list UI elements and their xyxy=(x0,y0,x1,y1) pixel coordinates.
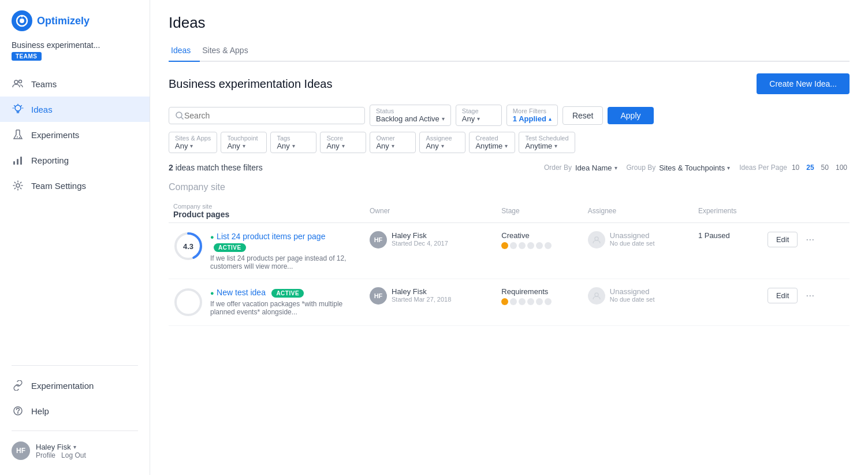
sidebar-label-teams: Teams xyxy=(31,79,57,89)
create-idea-button[interactable]: Create New Idea... xyxy=(757,73,850,94)
chevron-down-icon: ▾ xyxy=(190,143,193,149)
tab-sites-apps[interactable]: Sites & Apps xyxy=(200,41,257,62)
th-assignee: Assignee xyxy=(583,199,694,223)
idea2-stage: Requirements xyxy=(497,279,583,326)
svg-rect-9 xyxy=(17,159,18,165)
filter-bar-row1: Status Backlog and Active ▾ Stage Any ▾ … xyxy=(169,105,850,126)
stage-text-2: Requirements xyxy=(501,287,578,296)
per-page-25[interactable]: 25 xyxy=(804,162,816,173)
idea2-desc: If we offer vacation packages *with mult… xyxy=(210,300,360,316)
th-owner: Owner xyxy=(365,199,497,223)
group-header: Company site xyxy=(169,182,850,192)
user-name: Haley Fisk ▾ xyxy=(36,443,86,451)
chevron-down-icon: ▾ xyxy=(554,143,557,149)
logo-icon xyxy=(12,10,32,31)
chevron-down-icon: ▾ xyxy=(505,143,508,149)
svg-point-16 xyxy=(595,237,598,240)
per-page-label: Ideas Per Page xyxy=(739,164,787,172)
status-badge-2: ACTIVE xyxy=(271,289,304,298)
svg-rect-10 xyxy=(20,157,22,165)
sidebar-item-ideas[interactable]: Ideas xyxy=(0,97,150,122)
user-menu[interactable]: HF Haley Fisk ▾ Profile Log Out xyxy=(0,436,150,466)
account-info: Business experimentat... TEAMS xyxy=(0,37,150,69)
touchpoint-filter[interactable]: Touchpoint Any ▾ xyxy=(221,132,267,153)
per-page-10[interactable]: 10 xyxy=(789,162,802,173)
score-circle-2 xyxy=(173,287,203,317)
sites-apps-filter[interactable]: Sites & Apps Any ▾ xyxy=(169,132,217,153)
more-filters[interactable]: More Filters 1 Applied ▴ xyxy=(506,105,558,126)
idea2-title[interactable]: New test idea xyxy=(217,288,266,297)
svg-rect-8 xyxy=(13,161,15,165)
score-label: Score xyxy=(326,135,360,142)
edit-button-1[interactable]: Edit xyxy=(768,232,798,247)
stage-dots-2 xyxy=(501,298,578,305)
main-body: Business experimentation Ideas Create Ne… xyxy=(150,62,868,475)
sidebar-label-ideas: Ideas xyxy=(31,105,53,114)
score-filter[interactable]: Score Any ▾ xyxy=(320,132,366,153)
owner-date-2: Started Mar 27, 2018 xyxy=(392,296,451,303)
test-scheduled-filter[interactable]: Test Scheduled Anytime ▾ xyxy=(519,132,575,153)
sidebar-item-experiments[interactable]: Experiments xyxy=(0,122,150,147)
site-header: Company site xyxy=(173,203,360,210)
assignee-filter[interactable]: Assignee Any ▾ xyxy=(419,132,465,153)
sidebar-item-help[interactable]: Help xyxy=(0,398,150,424)
touchpoint-label: Touchpoint xyxy=(227,135,260,142)
table-row: 4.3 ● List 24 product items per page ACT… xyxy=(169,223,850,279)
dot xyxy=(510,242,517,249)
more-button-1[interactable]: ··· xyxy=(802,231,818,248)
tab-bar: Ideas Sites & Apps xyxy=(169,41,850,62)
idea1-assignee: Unassigned No due date set xyxy=(583,223,694,279)
edit-button-2[interactable]: Edit xyxy=(768,288,798,303)
order-by-label: Order By xyxy=(544,164,572,172)
logo-text: Optimizely xyxy=(37,15,90,27)
tags-label: Tags xyxy=(277,135,310,142)
table-row: ● New test idea ACTIVE If we offer vacat… xyxy=(169,279,850,326)
idea2-cell: ● New test idea ACTIVE If we offer vacat… xyxy=(169,279,365,326)
per-page-50[interactable]: 50 xyxy=(819,162,831,173)
logo-area: Optimizely xyxy=(0,0,150,37)
search-input[interactable] xyxy=(184,111,359,120)
sidebar-label-reporting: Reporting xyxy=(31,155,69,165)
sidebar-item-reporting[interactable]: Reporting xyxy=(0,147,150,173)
apply-button[interactable]: Apply xyxy=(608,107,653,124)
owner-filter[interactable]: Owner Any ▾ xyxy=(370,132,416,153)
idea1-desc: If we list 24 products per page instead … xyxy=(210,254,360,270)
content-header: Business experimentation Ideas Create Ne… xyxy=(169,73,850,94)
tab-ideas[interactable]: Ideas xyxy=(169,41,200,62)
sidebar-item-team-settings[interactable]: Team Settings xyxy=(0,173,150,198)
created-value: Anytime ▾ xyxy=(475,142,509,150)
status-filter[interactable]: Status Backlog and Active ▾ xyxy=(370,105,451,126)
sidebar-item-teams[interactable]: Teams xyxy=(0,71,150,97)
group-by-select[interactable]: Sites & Touchpoints ▾ xyxy=(659,164,730,172)
per-page-100[interactable]: 100 xyxy=(833,162,850,173)
status-badge-1: ACTIVE xyxy=(214,243,246,252)
owner-date-1: Started Dec 4, 2017 xyxy=(392,240,448,247)
th-actions xyxy=(763,199,850,223)
group-by-label: Group By xyxy=(627,164,656,172)
idea1-stage: Creative xyxy=(497,223,583,279)
th-experiments: Experiments xyxy=(694,199,763,223)
chevron-down-icon: ▾ xyxy=(441,143,444,149)
tags-filter[interactable]: Tags Any ▾ xyxy=(270,132,316,153)
sidebar-nav: Teams Ideas Exper xyxy=(0,69,150,361)
search-box[interactable] xyxy=(169,107,365,124)
reset-button[interactable]: Reset xyxy=(562,106,603,125)
more-button-2[interactable]: ··· xyxy=(802,287,818,304)
profile-link[interactable]: Profile xyxy=(36,451,55,459)
user-links: Profile Log Out xyxy=(36,451,86,459)
svg-point-7 xyxy=(19,137,20,138)
assignee-avatar-1 xyxy=(588,231,605,248)
sidebar-item-experimentation[interactable]: Experimentation xyxy=(0,373,150,398)
chevron-down-icon: ▾ xyxy=(243,143,245,149)
results-count-text: 2 ideas match these filters xyxy=(169,163,263,172)
logout-link[interactable]: Log Out xyxy=(61,451,86,459)
assignee-name-2: Unassigned xyxy=(610,287,655,296)
stage-filter[interactable]: Stage Any ▾ xyxy=(456,105,502,126)
created-filter[interactable]: Created Anytime ▾ xyxy=(469,132,515,153)
idea1-title[interactable]: List 24 product items per page xyxy=(217,232,325,241)
order-by-select[interactable]: Idea Name ▾ xyxy=(575,164,617,172)
account-name: Business experimentat... xyxy=(12,40,138,50)
score-circle-1: 4.3 xyxy=(173,231,203,261)
svg-point-1 xyxy=(20,18,24,23)
score-arc-svg-2 xyxy=(173,287,203,317)
